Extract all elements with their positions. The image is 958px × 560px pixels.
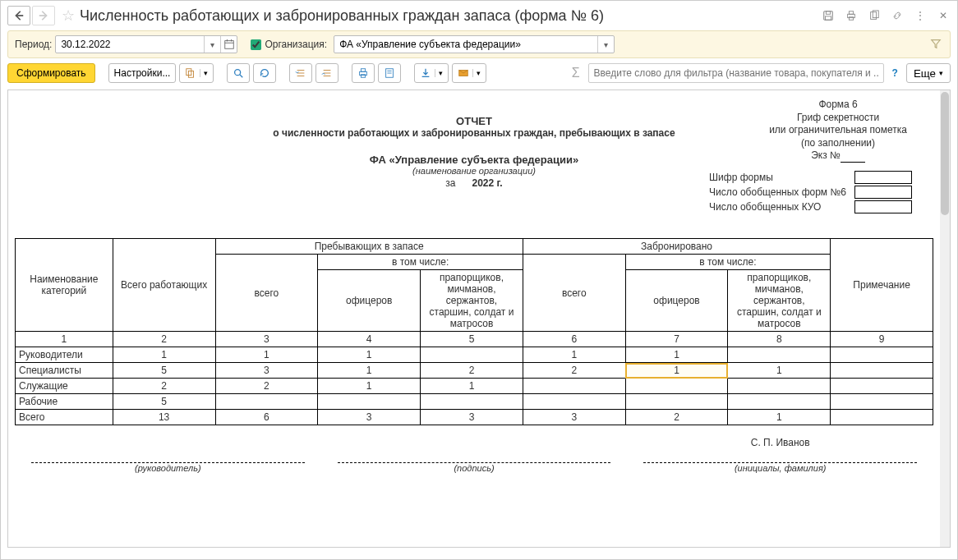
data-cell[interactable]: 1: [523, 347, 625, 363]
more-button[interactable]: Еще ▾: [906, 63, 951, 83]
close-icon[interactable]: ✕: [936, 8, 951, 23]
nav-forward-button[interactable]: [32, 6, 55, 25]
scrollbar[interactable]: [940, 90, 950, 547]
data-cell[interactable]: [215, 394, 318, 410]
refresh-button[interactable]: [253, 63, 276, 83]
th-note: Примечание: [831, 239, 933, 332]
funnel-icon[interactable]: [930, 38, 942, 52]
data-cell[interactable]: 1: [113, 347, 215, 363]
data-cell[interactable]: [625, 379, 728, 394]
org-checkbox[interactable]: [251, 39, 261, 50]
form-meta-line: или ограничительная пометка: [769, 124, 907, 137]
svg-line-17: [240, 75, 243, 78]
print-preview-button[interactable]: [378, 63, 401, 83]
data-cell[interactable]: 1: [728, 363, 831, 379]
year-value: 2022 г.: [472, 177, 503, 189]
data-cell[interactable]: 3: [421, 410, 523, 425]
help-icon[interactable]: ?: [892, 67, 898, 79]
find-button[interactable]: [227, 63, 250, 83]
data-cell[interactable]: 13: [113, 410, 215, 425]
data-cell[interactable]: 1: [625, 347, 728, 363]
data-cell[interactable]: [831, 379, 933, 394]
period-input[interactable]: [56, 36, 204, 53]
th-including: в том числе:: [625, 255, 831, 270]
svg-rect-10: [225, 41, 234, 49]
col-number: 4: [318, 332, 421, 347]
table-row: Специалисты5312211: [16, 363, 933, 379]
data-cell[interactable]: 5: [113, 363, 215, 379]
send-button[interactable]: ▾: [452, 63, 486, 83]
settings-button-label: Настройки...: [114, 67, 171, 79]
sigma-icon[interactable]: Σ: [572, 66, 580, 80]
settings-button[interactable]: Настройки...: [108, 63, 177, 83]
row-name-cell[interactable]: Служащие: [16, 379, 113, 394]
data-cell[interactable]: [625, 394, 728, 410]
data-cell[interactable]: [421, 347, 523, 363]
expand-button[interactable]: [289, 63, 312, 83]
scrollbar-thumb[interactable]: [941, 92, 949, 215]
data-cell[interactable]: [318, 394, 421, 410]
column-number-row: 123456789: [16, 332, 933, 347]
row-name-cell[interactable]: Рабочие: [16, 394, 113, 410]
data-cell[interactable]: 3: [215, 363, 318, 379]
favorite-star-icon[interactable]: ☆: [62, 7, 75, 25]
data-cell[interactable]: 2: [215, 379, 318, 394]
period-dropdown-button[interactable]: ▾: [204, 36, 220, 53]
sign-caption: (подпись): [321, 463, 628, 473]
side-value-box[interactable]: [854, 200, 912, 213]
print-button[interactable]: [352, 63, 375, 83]
data-cell[interactable]: 3: [318, 410, 421, 425]
data-cell[interactable]: [728, 394, 831, 410]
filter-bar: Период: ▾ Организация: ▾: [7, 30, 951, 58]
settings-variants-button[interactable]: ▾: [179, 63, 214, 83]
side-value-box[interactable]: [854, 171, 912, 184]
data-cell[interactable]: [728, 347, 831, 363]
data-cell[interactable]: 1: [625, 363, 728, 379]
data-cell[interactable]: 1: [421, 379, 523, 394]
printer-icon: [357, 67, 369, 79]
save-icon[interactable]: [821, 8, 836, 23]
org-label: Организация:: [265, 39, 327, 50]
save-as-button[interactable]: ▾: [414, 63, 449, 83]
data-cell[interactable]: [523, 394, 625, 410]
collapse-icon: [321, 67, 333, 79]
period-calendar-button[interactable]: [220, 36, 237, 53]
data-cell[interactable]: 3: [523, 410, 625, 425]
data-cell[interactable]: [831, 347, 933, 363]
data-cell[interactable]: 1: [318, 363, 421, 379]
data-cell[interactable]: 2: [421, 363, 523, 379]
data-cell[interactable]: 2: [625, 410, 728, 425]
org-dropdown-button[interactable]: ▾: [597, 36, 614, 53]
data-cell[interactable]: 2: [113, 379, 215, 394]
row-name-cell[interactable]: Специалисты: [16, 363, 113, 379]
data-cell[interactable]: [831, 363, 933, 379]
data-cell[interactable]: 1: [728, 410, 831, 425]
filter-input[interactable]: [588, 63, 884, 83]
form-meta-line: (по заполнении): [769, 137, 907, 150]
org-input[interactable]: [334, 36, 597, 53]
sign-name-empty: [15, 437, 321, 450]
data-cell[interactable]: [831, 410, 933, 425]
copy-icon[interactable]: [867, 8, 882, 23]
data-cell[interactable]: 2: [523, 363, 625, 379]
link-icon[interactable]: [890, 8, 905, 23]
row-name-cell[interactable]: Всего: [16, 410, 113, 425]
data-cell[interactable]: 6: [215, 410, 318, 425]
collapse-button[interactable]: [315, 63, 339, 83]
data-cell[interactable]: [728, 379, 831, 394]
data-cell[interactable]: [523, 379, 625, 394]
more-vert-icon[interactable]: ⋮: [913, 8, 928, 23]
row-name-cell[interactable]: Руководители: [16, 347, 113, 363]
data-cell[interactable]: 5: [113, 394, 215, 410]
side-value-box[interactable]: [854, 186, 912, 199]
data-table: Наименование категорий Всего работающих …: [15, 238, 933, 425]
data-cell[interactable]: [831, 394, 933, 410]
data-cell[interactable]: 1: [215, 347, 318, 363]
print-icon[interactable]: [844, 8, 859, 23]
data-cell[interactable]: 1: [318, 379, 421, 394]
data-cell[interactable]: 1: [318, 347, 421, 363]
nav-back-button[interactable]: [7, 6, 30, 25]
data-cell[interactable]: [421, 394, 523, 410]
year-prefix: за: [445, 177, 455, 189]
form-button[interactable]: Сформировать: [7, 63, 95, 83]
